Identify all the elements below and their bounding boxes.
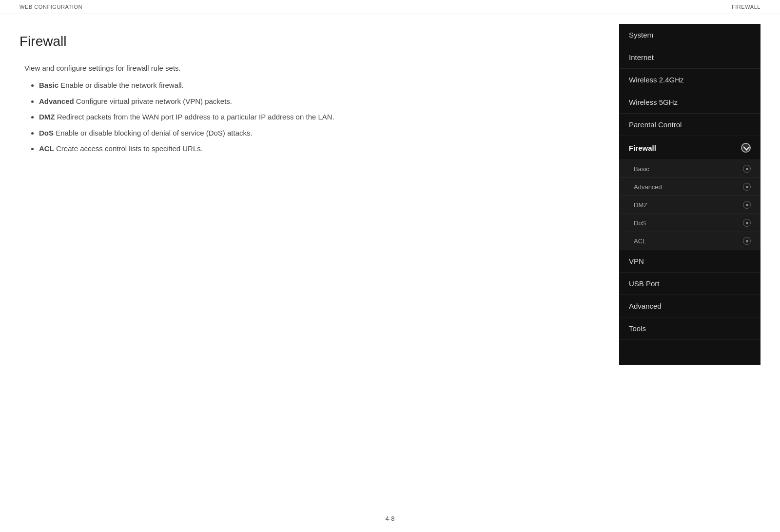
content-area: Firewall View and configure settings for… <box>0 14 780 385</box>
sidebar-item-system[interactable]: System <box>619 24 760 46</box>
sidebar-sub-icon <box>743 183 751 191</box>
sidebar-item-label: System <box>629 31 653 39</box>
sidebar-sub-item-basic[interactable]: Basic <box>619 160 760 178</box>
sidebar-item-label: Parental Control <box>629 120 682 129</box>
sidebar-sub-label: Advanced <box>634 183 662 191</box>
sidebar-item-label: USB Port <box>629 279 660 288</box>
feature-term: ACL <box>39 144 54 153</box>
sidebar-sub-icon <box>743 165 751 173</box>
sidebar-item-label: Tools <box>629 324 646 333</box>
sidebar-item-wireless-5ghz[interactable]: Wireless 5GHz <box>619 91 760 114</box>
sidebar: SystemInternetWireless 2.4GHzWireless 5G… <box>619 24 760 365</box>
sidebar-sub-icon <box>743 237 751 245</box>
page-header: Web Configuration Firewall <box>0 0 780 14</box>
sidebar-item-tools[interactable]: Tools <box>619 317 760 340</box>
feature-list-item: ACL Create access control lists to speci… <box>39 143 600 155</box>
sidebar-sub-label: DMZ <box>634 201 647 209</box>
sidebar-expand-icon <box>741 143 751 153</box>
sidebar-item-firewall[interactable]: Firewall <box>619 136 760 160</box>
feature-term: DMZ <box>39 113 55 121</box>
sidebar-sub-item-dos[interactable]: DoS <box>619 214 760 232</box>
feature-term: DoS <box>39 129 54 137</box>
sidebar-item-label: Wireless 2.4GHz <box>629 76 684 84</box>
sidebar-item-vpn[interactable]: VPN <box>619 250 760 273</box>
sidebar-item-parental-control[interactable]: Parental Control <box>619 114 760 136</box>
sidebar-sub-menu: BasicAdvancedDMZDoSACL <box>619 160 760 250</box>
feature-list: Basic Enable or disable the network fire… <box>24 80 600 155</box>
sidebar-item-label: Firewall <box>629 144 656 152</box>
feature-list-item: Advanced Configure virtual private netwo… <box>39 96 600 107</box>
page-number: 4-8 <box>386 515 395 522</box>
page-footer: 4-8 <box>386 515 395 522</box>
page-title: Firewall <box>20 34 600 49</box>
sidebar-item-label: Advanced <box>629 302 662 310</box>
sidebar-sub-label: Basic <box>634 165 649 173</box>
sidebar-item-internet[interactable]: Internet <box>619 46 760 69</box>
sidebar-sub-label: DoS <box>634 219 646 227</box>
sidebar-item-label: Wireless 5GHz <box>629 98 678 106</box>
sidebar-sub-label: ACL <box>634 237 646 245</box>
feature-list-item: DMZ Redirect packets from the WAN port I… <box>39 112 600 123</box>
sidebar-item-usb-port[interactable]: USB Port <box>619 273 760 295</box>
intro-text: View and configure settings for firewall… <box>24 64 600 72</box>
feature-term: Advanced <box>39 97 74 105</box>
sidebar-sub-icon <box>743 201 751 209</box>
sidebar-item-label: VPN <box>629 257 644 265</box>
feature-term: Basic <box>39 81 58 89</box>
sidebar-item-advanced[interactable]: Advanced <box>619 295 760 317</box>
header-right: Firewall <box>732 4 760 10</box>
feature-list-item: DoS Enable or disable blocking of denial… <box>39 128 600 139</box>
main-content: Firewall View and configure settings for… <box>20 29 600 365</box>
header-left: Web Configuration <box>20 4 82 10</box>
sidebar-sub-item-acl[interactable]: ACL <box>619 232 760 250</box>
sidebar-item-label: Internet <box>629 53 654 61</box>
sidebar-sub-item-advanced[interactable]: Advanced <box>619 178 760 196</box>
sidebar-sub-item-dmz[interactable]: DMZ <box>619 196 760 214</box>
sidebar-sub-icon <box>743 219 751 227</box>
sidebar-item-wireless-2.4ghz[interactable]: Wireless 2.4GHz <box>619 69 760 91</box>
feature-list-item: Basic Enable or disable the network fire… <box>39 80 600 91</box>
